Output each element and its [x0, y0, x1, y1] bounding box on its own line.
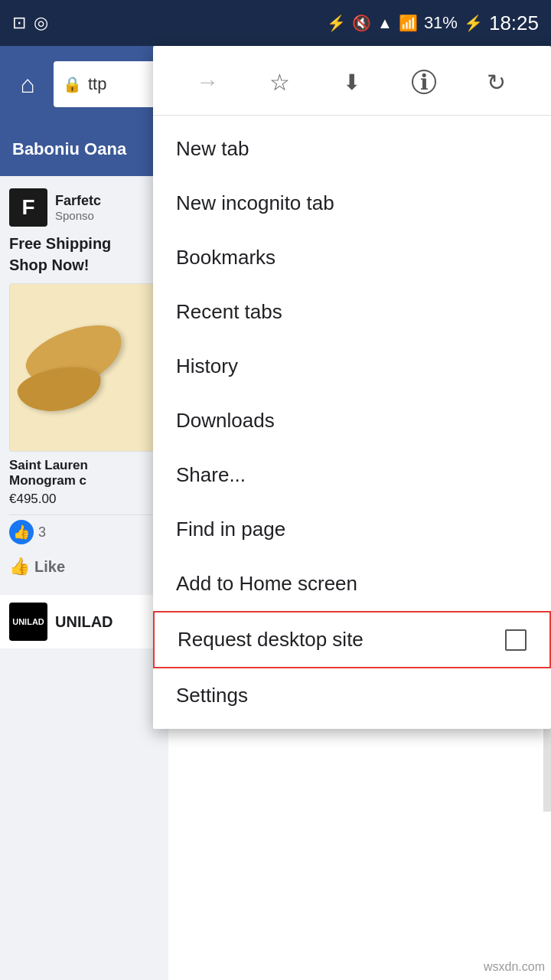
fb-ad-title: Farfetc	[55, 193, 101, 209]
chrome-menu: → ☆ ⬇ ℹ ↻ New tab New incognito tab Book…	[153, 46, 551, 729]
lock-icon: 🔒	[63, 75, 82, 93]
fb-like-row: 👍 3	[9, 514, 159, 544]
fb-product-price: €495.00	[9, 492, 159, 507]
like-thumb-icon: 👍	[9, 557, 30, 577]
url-text: ttp	[88, 74, 106, 94]
menu-item-add-home-screen[interactable]: Add to Home screen	[153, 557, 551, 611]
menu-item-new-tab[interactable]: New tab	[153, 122, 551, 176]
menu-item-label: Find in page	[176, 518, 285, 541]
menu-item-downloads[interactable]: Downloads	[153, 394, 551, 448]
reload-icon: ↻	[487, 69, 506, 96]
menu-item-find-in-page[interactable]: Find in page	[153, 502, 551, 557]
fb-like-count: 3	[38, 524, 46, 541]
fb-product-name: Saint LaurenMonogram c	[9, 458, 159, 488]
unilad-logo: UNILAD	[9, 603, 47, 641]
download-button[interactable]: ⬇	[331, 61, 373, 103]
wifi-icon: ▲	[377, 15, 393, 32]
like-label: Like	[34, 558, 65, 576]
bookmark-button[interactable]: ☆	[259, 61, 301, 103]
farfetch-logo: F	[9, 188, 47, 227]
watermark: wsxdn.com	[484, 960, 545, 974]
menu-item-label: Downloads	[176, 409, 275, 433]
mute-icon: 🔇	[352, 14, 371, 32]
menu-item-bookmarks[interactable]: Bookmarks	[153, 230, 551, 285]
unilad-name: UNILAD	[55, 613, 113, 631]
fb-like-icon: 👍	[9, 520, 34, 544]
menu-items-list: New tab New incognito tab Bookmarks Rece…	[153, 116, 551, 729]
forward-icon: →	[196, 69, 219, 95]
menu-item-share[interactable]: Share...	[153, 448, 551, 502]
battery-icon: ⚡	[464, 14, 483, 32]
status-time: 18:25	[489, 11, 539, 35]
product-visual	[10, 284, 161, 451]
forward-button[interactable]: →	[187, 61, 228, 103]
menu-item-label: History	[176, 354, 238, 378]
fb-post-info: Farfetc Sponso	[55, 193, 101, 222]
menu-item-label: New tab	[176, 137, 249, 161]
menu-item-label: Add to Home screen	[176, 572, 357, 596]
menu-item-request-desktop[interactable]: Request desktop site	[153, 611, 551, 668]
fb-name-bar: Baboniu Oana	[0, 122, 168, 176]
menu-toolbar: → ☆ ⬇ ℹ ↻	[153, 46, 551, 116]
fb-like-button[interactable]: 👍 Like	[9, 550, 159, 583]
menu-item-label: Recent tabs	[176, 300, 282, 324]
menu-item-label: New incognito tab	[176, 191, 334, 215]
sim-icon: ⊡	[12, 13, 26, 33]
status-right-icons: ⚡ 🔇 ▲ 📶 31% ⚡ 18:25	[327, 11, 539, 35]
menu-item-recent-tabs[interactable]: Recent tabs	[153, 285, 551, 339]
fb-unilad-post: UNILAD UNILAD	[0, 589, 168, 648]
bluetooth-icon: ⚡	[327, 14, 346, 32]
menu-item-label: Share...	[176, 463, 246, 487]
menu-item-label: Settings	[176, 684, 248, 707]
fb-product-image	[9, 283, 162, 452]
home-icon: ⌂	[20, 70, 34, 99]
fb-user-name: Baboniu Oana	[12, 139, 126, 159]
vodafone-icon: ◎	[34, 13, 48, 33]
fb-shipping-text: Free ShippingShop Now!	[9, 233, 159, 276]
info-button[interactable]: ℹ	[403, 61, 445, 103]
download-icon: ⬇	[343, 70, 360, 95]
menu-item-label: Bookmarks	[176, 246, 276, 270]
menu-item-settings[interactable]: Settings	[153, 668, 551, 723]
star-icon: ☆	[269, 69, 290, 96]
request-desktop-checkbox[interactable]	[505, 629, 527, 651]
menu-item-label: Request desktop site	[178, 628, 364, 652]
status-left-icons: ⊡ ◎	[12, 13, 48, 33]
battery-percent: 31%	[424, 13, 458, 33]
reload-button[interactable]: ↻	[476, 61, 517, 103]
fb-ad-sub: Sponso	[55, 209, 101, 222]
signal-icon: 📶	[399, 14, 418, 32]
fb-post-header: F Farfetc Sponso	[9, 188, 159, 227]
fb-background: Baboniu Oana F Farfetc Sponso Free Shipp…	[0, 122, 168, 980]
status-bar: ⊡ ◎ ⚡ 🔇 ▲ 📶 31% ⚡ 18:25	[0, 0, 551, 46]
menu-item-new-incognito-tab[interactable]: New incognito tab	[153, 176, 551, 230]
menu-item-history[interactable]: History	[153, 339, 551, 394]
fb-post: F Farfetc Sponso Free ShippingShop Now! …	[0, 176, 168, 589]
home-button[interactable]: ⌂	[9, 66, 46, 103]
info-icon: ℹ	[412, 70, 436, 94]
